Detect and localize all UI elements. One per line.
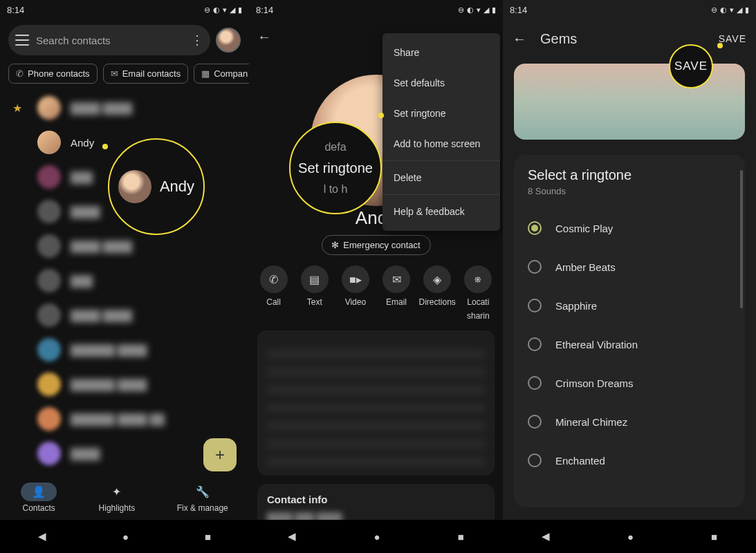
status-bar: 8:14 ⊖ ◐ ▾ ◢ ▮ bbox=[249, 0, 503, 19]
recent-icon[interactable]: ■ bbox=[711, 531, 717, 543]
pin-icon: ⎈ bbox=[464, 265, 492, 293]
radio-icon bbox=[528, 453, 542, 467]
nav-highlights[interactable]: ✦ Highlights bbox=[99, 482, 136, 513]
contact-avatar bbox=[37, 373, 61, 396]
radio-icon bbox=[528, 260, 542, 274]
contact-actions: ✆ Call ▤ Text ■▸ Video ✉ Email ◈ Directi… bbox=[249, 265, 503, 321]
contact-row[interactable]: ★ ████ ████ bbox=[0, 91, 249, 125]
contact-avatar bbox=[37, 165, 61, 189]
action-email[interactable]: ✉ Email bbox=[377, 265, 416, 321]
zoom-sub: l to h bbox=[324, 183, 348, 196]
status-time: 8:14 bbox=[7, 5, 24, 15]
action-text[interactable]: ▤ Text bbox=[295, 265, 334, 321]
system-nav: ◀ ● ■ bbox=[0, 520, 249, 553]
ringtone-option[interactable]: Crimson Dreams bbox=[528, 364, 731, 402]
ringtone-name: Amber Beats bbox=[555, 261, 616, 273]
wrench-icon: 🔧 bbox=[185, 482, 221, 501]
menu-delete[interactable]: Delete bbox=[382, 162, 500, 193]
map-card[interactable] bbox=[257, 330, 495, 476]
contacts-list[interactable]: ★ ████ ████ Andy ███ ████ ████ ████ ███ … bbox=[0, 86, 249, 476]
chip-label: Compan bbox=[214, 68, 248, 79]
search-placeholder: Search contacts bbox=[36, 35, 184, 46]
contact-avatar bbox=[37, 200, 61, 223]
chip-company[interactable]: ▦ Compan bbox=[194, 64, 249, 84]
home-icon[interactable]: ● bbox=[374, 531, 380, 543]
action-video[interactable]: ■▸ Video bbox=[336, 265, 375, 321]
contact-row[interactable]: ████ ████ bbox=[0, 298, 249, 332]
zoom-label: Andy bbox=[160, 178, 194, 196]
home-icon[interactable]: ● bbox=[627, 531, 634, 543]
ringtone-list-card[interactable]: Select a ringtone 8 Sounds Cosmic PlayAm… bbox=[514, 155, 745, 507]
back-icon[interactable]: ◀ bbox=[288, 530, 296, 543]
ringtone-header: ← Gems SAVE bbox=[503, 19, 756, 58]
home-icon[interactable]: ● bbox=[122, 531, 129, 543]
highlight-point bbox=[717, 43, 723, 48]
contact-name: ████ ████ bbox=[71, 102, 132, 114]
recent-icon[interactable]: ■ bbox=[205, 531, 211, 543]
contact-name: Andy bbox=[71, 137, 94, 149]
chip-phone-contacts[interactable]: ✆ Phone contacts bbox=[8, 64, 98, 84]
contact-name: ████ ████ bbox=[71, 310, 132, 321]
contact-row[interactable]: ██████ ████ bbox=[0, 367, 249, 402]
contact-info-header: Contact info bbox=[267, 494, 485, 505]
message-icon: ▤ bbox=[301, 265, 329, 293]
contact-avatar bbox=[37, 303, 61, 327]
vibrate-icon: ◐ bbox=[720, 6, 727, 15]
menu-set-ringtone[interactable]: Set ringtone bbox=[382, 98, 500, 129]
back-icon[interactable]: ◀ bbox=[542, 530, 550, 543]
ringtone-option[interactable]: Amber Beats bbox=[528, 247, 731, 286]
battery-icon: ▮ bbox=[745, 6, 749, 15]
ringtone-option[interactable]: Ethereal Vibration bbox=[528, 325, 731, 364]
contact-row[interactable]: ██████ ████ ██ bbox=[0, 402, 249, 436]
profile-avatar[interactable] bbox=[216, 28, 241, 53]
contact-row[interactable]: ████ ████ bbox=[0, 229, 249, 263]
email-icon: ✉ bbox=[382, 265, 410, 293]
recent-icon[interactable]: ■ bbox=[458, 531, 464, 543]
ringtone-section-title: Select a ringtone bbox=[528, 167, 731, 183]
action-call[interactable]: ✆ Call bbox=[255, 265, 293, 321]
fab-add-contact[interactable]: + bbox=[203, 438, 237, 471]
panel-contacts-list: 8:14 ⊖ ◐ ▾ ◢ ▮ Search contacts ⋮ ✆ Phone… bbox=[0, 0, 249, 553]
nav-label: Highlights bbox=[99, 503, 136, 513]
nav-fix-manage[interactable]: 🔧 Fix & manage bbox=[177, 482, 228, 513]
gear-icon: ✻ bbox=[331, 240, 339, 250]
zoom-bubble-ringtone: defa Set ringtone l to h bbox=[289, 122, 382, 214]
contact-name: ████ bbox=[71, 448, 100, 460]
action-location[interactable]: ⎈ Locati sharin bbox=[459, 265, 497, 321]
radio-icon bbox=[528, 376, 542, 390]
menu-help[interactable]: Help & feedback bbox=[382, 196, 500, 227]
hamburger-icon[interactable] bbox=[15, 35, 29, 46]
zoom-avatar bbox=[118, 170, 151, 203]
search-bar[interactable]: Search contacts ⋮ bbox=[8, 25, 210, 55]
back-icon[interactable]: ◀ bbox=[38, 530, 46, 543]
dnd-icon: ⊖ bbox=[458, 6, 464, 15]
contact-row[interactable]: ██████ ████ bbox=[0, 332, 249, 367]
ringtone-option[interactable]: Cosmic Play bbox=[528, 209, 731, 247]
action-label: Video bbox=[345, 297, 366, 307]
chip-email-contacts[interactable]: ✉ Email contacts bbox=[103, 64, 189, 84]
vibrate-icon: ◐ bbox=[467, 6, 474, 15]
status-bar: 8:14 ⊖ ◐ ▾ ◢ ▮ bbox=[503, 0, 756, 19]
save-button[interactable]: SAVE bbox=[719, 33, 746, 44]
emergency-label: Emergency contact bbox=[343, 240, 420, 250]
battery-icon: ▮ bbox=[492, 6, 496, 15]
contact-row[interactable]: ███ bbox=[0, 263, 249, 298]
more-icon[interactable]: ⋮ bbox=[191, 32, 203, 48]
scrollbar[interactable] bbox=[740, 170, 743, 308]
menu-add-home[interactable]: Add to home screen bbox=[382, 129, 500, 159]
ringtone-option[interactable]: Sapphire bbox=[528, 286, 731, 325]
status-bar: 8:14 ⊖ ◐ ▾ ◢ ▮ bbox=[0, 0, 249, 19]
menu-set-defaults[interactable]: Set defaults bbox=[382, 68, 500, 98]
back-arrow-icon[interactable]: ← bbox=[513, 31, 526, 47]
ringtone-option[interactable]: Mineral Chimez bbox=[528, 402, 731, 441]
ringtone-option[interactable]: Enchanted bbox=[528, 441, 731, 480]
emergency-contact-chip[interactable]: ✻ Emergency contact bbox=[321, 235, 430, 255]
phone-icon: ✆ bbox=[260, 265, 288, 293]
ringtone-name: Enchanted bbox=[555, 455, 605, 467]
nav-contacts[interactable]: 👤 Contacts bbox=[21, 482, 57, 513]
nav-label: Contacts bbox=[23, 503, 55, 513]
menu-share[interactable]: Share bbox=[382, 37, 500, 68]
action-directions[interactable]: ◈ Directions bbox=[418, 265, 457, 321]
battery-icon: ▮ bbox=[238, 6, 242, 15]
back-arrow-icon[interactable]: ← bbox=[257, 29, 271, 45]
